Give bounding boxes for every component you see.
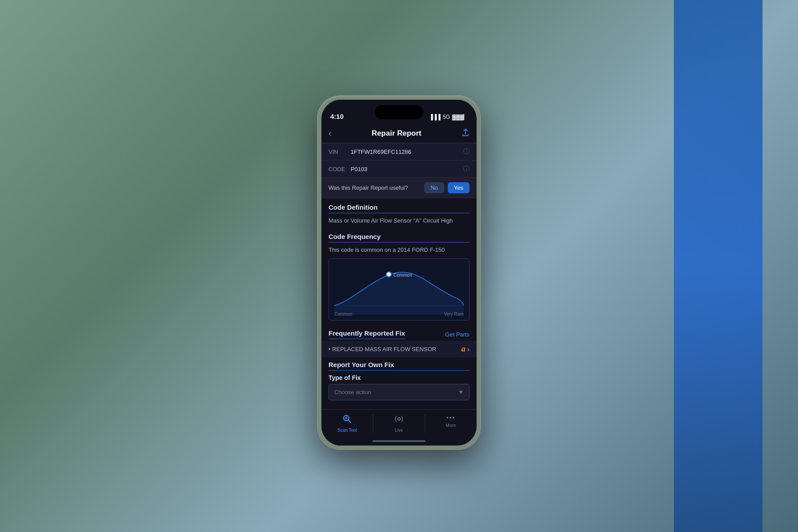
status-icons: ▐▐▐ 5G ▓▓▓▏ xyxy=(429,114,468,120)
common-marker-dot xyxy=(387,272,391,277)
nav-header: ‹ Repair Report xyxy=(321,124,477,143)
frequently-reported-fix-header: Frequently Reported Fix Get Parts xyxy=(321,324,477,341)
code-row[interactable]: CODE P0103 ⓘ xyxy=(321,160,477,178)
battery-icon: ▓▓▓▏ xyxy=(452,114,468,120)
status-time: 4:10 xyxy=(330,113,344,120)
live-label: Live xyxy=(395,428,403,433)
vin-value: 1FTFW1R69EFC11286 xyxy=(351,149,463,155)
chart-label-common: Common xyxy=(334,312,352,317)
code-frequency-description: This code is common on a 2014 FORD F-150 xyxy=(329,246,469,254)
frequency-chart-svg: Common xyxy=(334,264,464,315)
live-icon xyxy=(394,414,404,426)
common-marker-label: Common xyxy=(393,273,412,278)
code-definition-text: Mass or Volume Air Flow Sensor "A" Circu… xyxy=(329,217,469,225)
tab-live[interactable]: Live xyxy=(373,414,425,433)
back-button[interactable]: ‹ xyxy=(329,128,332,138)
share-button[interactable] xyxy=(462,129,469,138)
scroll-content: VIN 1FTFW1R69EFC11286 ⓘ CODE P0103 ⓘ Was… xyxy=(321,143,477,409)
code-definition-section: Code Definition Mass or Volume Air Flow … xyxy=(321,198,477,227)
vin-label: VIN xyxy=(329,149,351,155)
svg-point-2 xyxy=(398,418,400,420)
amazon-icon: a xyxy=(462,344,466,354)
code-label: CODE xyxy=(329,166,351,172)
frequency-chart: Common Common Very Rare xyxy=(329,258,469,321)
get-parts-link[interactable]: Get Parts xyxy=(445,331,469,338)
page-title: Repair Report xyxy=(372,129,421,138)
code-value: P0103 xyxy=(351,166,463,172)
useful-question: Was this Repair Report useful? xyxy=(329,184,408,191)
code-definition-title: Code Definition xyxy=(329,203,469,213)
more-icon: ••• xyxy=(446,414,456,421)
useful-bar: Was this Repair Report useful? No Yes xyxy=(321,178,477,198)
code-frequency-section: Code Frequency This code is common on a … xyxy=(321,227,477,257)
amazon-link[interactable]: a › xyxy=(462,344,469,354)
tab-scan-tool[interactable]: Scan Tool xyxy=(321,414,373,433)
more-label: More xyxy=(446,423,456,428)
home-indicator xyxy=(372,440,426,442)
useful-buttons: No Yes xyxy=(424,182,469,193)
frequently-reported-fix-title: Frequently Reported Fix xyxy=(329,329,405,339)
dropdown-placeholder: Choose action xyxy=(334,389,371,395)
no-button[interactable]: No xyxy=(424,182,444,193)
phone-screen: 4:10 ▐▐▐ 5G ▓▓▓▏ ‹ Repair Report VIN 1 xyxy=(321,100,477,446)
type-of-fix-label: Type of Fix xyxy=(329,374,469,381)
report-fix-section: Report Your Own Fix Type of Fix Choose a… xyxy=(321,357,477,404)
choose-action-dropdown[interactable]: Choose action ▼ xyxy=(329,384,469,400)
network-label: 5G xyxy=(443,114,450,120)
chart-label-very-rare: Very Rare xyxy=(444,312,464,317)
code-frequency-title: Code Frequency xyxy=(329,233,469,243)
vin-info-icon: ⓘ xyxy=(463,148,469,156)
scan-tool-icon xyxy=(342,414,352,426)
dropdown-chevron-icon: ▼ xyxy=(458,389,464,395)
amazon-chevron: › xyxy=(467,345,469,353)
fix-text: • REPLACED MASS AIR FLOW SENSOR xyxy=(329,346,436,352)
code-info-icon: ⓘ xyxy=(463,165,469,173)
scan-tool-label: Scan Tool xyxy=(337,428,357,433)
vin-row[interactable]: VIN 1FTFW1R69EFC11286 ⓘ xyxy=(321,143,477,160)
yes-button[interactable]: Yes xyxy=(448,182,469,193)
dynamic-island xyxy=(375,105,423,119)
report-fix-title: Report Your Own Fix xyxy=(329,361,469,371)
signal-icon: ▐▐▐ xyxy=(429,114,441,120)
phone-shell: 4:10 ▐▐▐ 5G ▓▓▓▏ ‹ Repair Report VIN 1 xyxy=(317,95,481,450)
fix-row[interactable]: • REPLACED MASS AIR FLOW SENSOR a › xyxy=(321,341,477,357)
tab-more[interactable]: ••• More xyxy=(425,414,477,428)
